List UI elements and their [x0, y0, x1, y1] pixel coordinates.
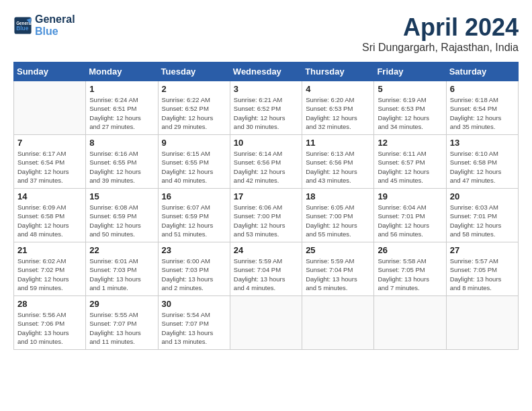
day-detail: Sunrise: 6:17 AM Sunset: 6:54 PM Dayligh…	[17, 149, 82, 185]
day-cell: 27Sunrise: 5:57 AM Sunset: 7:05 PM Dayli…	[446, 242, 518, 296]
header-row: SundayMondayTuesdayWednesdayThursdayFrid…	[14, 62, 519, 81]
header-cell-thursday: Thursday	[302, 62, 374, 81]
day-detail: Sunrise: 5:57 AM Sunset: 7:05 PM Dayligh…	[450, 257, 515, 292]
day-detail: Sunrise: 6:24 AM Sunset: 6:51 PM Dayligh…	[89, 95, 154, 131]
day-number: 4	[306, 84, 370, 94]
day-number: 7	[17, 138, 82, 148]
day-cell: 12Sunrise: 6:11 AM Sunset: 6:57 PM Dayli…	[374, 135, 446, 189]
day-detail: Sunrise: 6:06 AM Sunset: 7:00 PM Dayligh…	[234, 203, 298, 238]
day-cell: 5Sunrise: 6:19 AM Sunset: 6:53 PM Daylig…	[374, 81, 446, 135]
day-number: 12	[378, 138, 442, 148]
header-cell-friday: Friday	[374, 62, 446, 81]
day-cell: 25Sunrise: 5:59 AM Sunset: 7:04 PM Dayli…	[302, 242, 374, 296]
day-detail: Sunrise: 6:22 AM Sunset: 6:52 PM Dayligh…	[162, 95, 226, 131]
day-detail: Sunrise: 6:20 AM Sunset: 6:53 PM Dayligh…	[306, 95, 370, 131]
day-number: 6	[450, 84, 515, 94]
header-cell-saturday: Saturday	[446, 62, 518, 81]
main-title: April 2024	[362, 13, 519, 42]
day-number: 10	[234, 138, 298, 148]
day-number: 20	[450, 191, 515, 201]
day-detail: Sunrise: 6:13 AM Sunset: 6:56 PM Dayligh…	[306, 149, 370, 185]
day-cell	[230, 296, 302, 350]
day-number: 19	[378, 191, 442, 201]
day-number: 28	[17, 299, 82, 309]
day-cell: 3Sunrise: 6:21 AM Sunset: 6:52 PM Daylig…	[230, 81, 302, 135]
day-cell: 14Sunrise: 6:09 AM Sunset: 6:58 PM Dayli…	[14, 189, 86, 242]
day-number: 9	[162, 138, 226, 148]
day-detail: Sunrise: 6:09 AM Sunset: 6:58 PM Dayligh…	[17, 203, 82, 238]
week-row-4: 21Sunrise: 6:02 AM Sunset: 7:02 PM Dayli…	[14, 242, 519, 296]
calendar-table: SundayMondayTuesdayWednesdayThursdayFrid…	[13, 62, 519, 350]
day-cell: 8Sunrise: 6:16 AM Sunset: 6:55 PM Daylig…	[86, 135, 158, 189]
day-detail: Sunrise: 5:59 AM Sunset: 7:04 PM Dayligh…	[306, 257, 370, 292]
week-row-1: 1Sunrise: 6:24 AM Sunset: 6:51 PM Daylig…	[14, 81, 519, 135]
day-cell: 26Sunrise: 5:58 AM Sunset: 7:05 PM Dayli…	[374, 242, 446, 296]
day-number: 23	[162, 245, 226, 255]
week-row-5: 28Sunrise: 5:56 AM Sunset: 7:06 PM Dayli…	[14, 296, 519, 350]
day-number: 2	[162, 84, 226, 94]
header-cell-wednesday: Wednesday	[230, 62, 302, 81]
day-number: 25	[306, 245, 370, 255]
day-number: 29	[89, 299, 154, 309]
day-detail: Sunrise: 6:19 AM Sunset: 6:53 PM Dayligh…	[378, 95, 442, 131]
day-detail: Sunrise: 6:10 AM Sunset: 6:58 PM Dayligh…	[450, 149, 515, 185]
week-row-3: 14Sunrise: 6:09 AM Sunset: 6:58 PM Dayli…	[14, 189, 519, 242]
day-detail: Sunrise: 6:15 AM Sunset: 6:55 PM Dayligh…	[162, 149, 226, 185]
day-detail: Sunrise: 5:58 AM Sunset: 7:05 PM Dayligh…	[378, 257, 442, 292]
day-detail: Sunrise: 6:18 AM Sunset: 6:54 PM Dayligh…	[450, 95, 515, 131]
day-detail: Sunrise: 6:21 AM Sunset: 6:52 PM Dayligh…	[234, 95, 298, 131]
day-number: 17	[234, 191, 298, 201]
day-cell: 18Sunrise: 6:05 AM Sunset: 7:00 PM Dayli…	[302, 189, 374, 242]
logo-general: General	[35, 13, 75, 26]
day-detail: Sunrise: 5:59 AM Sunset: 7:04 PM Dayligh…	[234, 257, 298, 292]
day-cell: 16Sunrise: 6:07 AM Sunset: 6:59 PM Dayli…	[158, 189, 230, 242]
day-cell: 21Sunrise: 6:02 AM Sunset: 7:02 PM Dayli…	[14, 242, 86, 296]
day-number: 16	[162, 191, 226, 201]
day-number: 13	[450, 138, 515, 148]
day-detail: Sunrise: 5:54 AM Sunset: 7:07 PM Dayligh…	[162, 310, 226, 346]
day-detail: Sunrise: 6:08 AM Sunset: 6:59 PM Dayligh…	[89, 203, 154, 238]
logo-icon: General Blue	[13, 16, 32, 35]
day-cell: 2Sunrise: 6:22 AM Sunset: 6:52 PM Daylig…	[158, 81, 230, 135]
day-cell: 20Sunrise: 6:03 AM Sunset: 7:01 PM Dayli…	[446, 189, 518, 242]
day-cell: 23Sunrise: 6:00 AM Sunset: 7:03 PM Dayli…	[158, 242, 230, 296]
day-number: 21	[17, 245, 82, 255]
day-detail: Sunrise: 6:16 AM Sunset: 6:55 PM Dayligh…	[89, 149, 154, 185]
day-detail: Sunrise: 6:02 AM Sunset: 7:02 PM Dayligh…	[17, 257, 82, 292]
day-number: 11	[306, 138, 370, 148]
day-cell	[302, 296, 374, 350]
day-cell: 11Sunrise: 6:13 AM Sunset: 6:56 PM Dayli…	[302, 135, 374, 189]
subtitle: Sri Dungargarh, Rajasthan, India	[362, 42, 519, 54]
day-detail: Sunrise: 5:55 AM Sunset: 7:07 PM Dayligh…	[89, 310, 154, 346]
week-row-2: 7Sunrise: 6:17 AM Sunset: 6:54 PM Daylig…	[14, 135, 519, 189]
day-number: 15	[89, 191, 154, 201]
day-number: 26	[378, 245, 442, 255]
title-section: April 2024 Sri Dungargarh, Rajasthan, In…	[362, 13, 519, 54]
day-number: 27	[450, 245, 515, 255]
day-cell	[14, 81, 86, 135]
day-number: 18	[306, 191, 370, 201]
day-number: 24	[234, 245, 298, 255]
day-number: 3	[234, 84, 298, 94]
day-cell: 29Sunrise: 5:55 AM Sunset: 7:07 PM Dayli…	[86, 296, 158, 350]
day-cell	[374, 296, 446, 350]
day-number: 30	[162, 299, 226, 309]
day-cell: 30Sunrise: 5:54 AM Sunset: 7:07 PM Dayli…	[158, 296, 230, 350]
day-cell: 15Sunrise: 6:08 AM Sunset: 6:59 PM Dayli…	[86, 189, 158, 242]
day-detail: Sunrise: 6:03 AM Sunset: 7:01 PM Dayligh…	[450, 203, 515, 238]
day-cell: 13Sunrise: 6:10 AM Sunset: 6:58 PM Dayli…	[446, 135, 518, 189]
day-cell	[446, 296, 518, 350]
day-cell: 22Sunrise: 6:01 AM Sunset: 7:03 PM Dayli…	[86, 242, 158, 296]
day-cell: 6Sunrise: 6:18 AM Sunset: 6:54 PM Daylig…	[446, 81, 518, 135]
day-detail: Sunrise: 5:56 AM Sunset: 7:06 PM Dayligh…	[17, 310, 82, 346]
logo-blue: Blue	[35, 26, 75, 38]
day-cell: 7Sunrise: 6:17 AM Sunset: 6:54 PM Daylig…	[14, 135, 86, 189]
day-detail: Sunrise: 6:04 AM Sunset: 7:01 PM Dayligh…	[378, 203, 442, 238]
day-number: 14	[17, 191, 82, 201]
day-cell: 28Sunrise: 5:56 AM Sunset: 7:06 PM Dayli…	[14, 296, 86, 350]
day-cell: 10Sunrise: 6:14 AM Sunset: 6:56 PM Dayli…	[230, 135, 302, 189]
day-cell: 19Sunrise: 6:04 AM Sunset: 7:01 PM Dayli…	[374, 189, 446, 242]
day-cell: 9Sunrise: 6:15 AM Sunset: 6:55 PM Daylig…	[158, 135, 230, 189]
logo: General Blue General Blue	[13, 13, 75, 38]
day-detail: Sunrise: 6:07 AM Sunset: 6:59 PM Dayligh…	[162, 203, 226, 238]
